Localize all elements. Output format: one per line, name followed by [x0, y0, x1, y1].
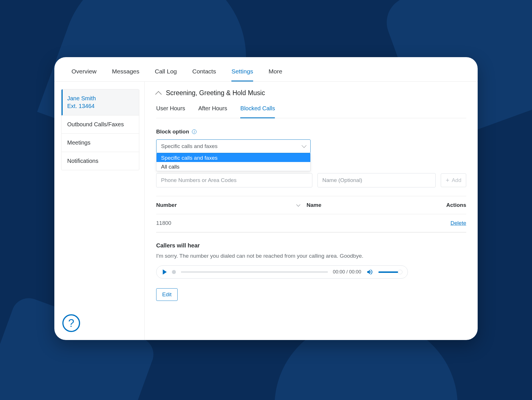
tab-contacts[interactable]: Contacts — [192, 68, 216, 81]
callers-will-hear: Callers will hear I'm sorry. The number … — [156, 242, 466, 279]
help-button[interactable]: ? — [62, 314, 80, 332]
callers-hear-message: I'm sorry. The number you dialed can not… — [156, 253, 466, 259]
audio-player: 00:00 / 00:00 — [156, 265, 408, 279]
time-display: 00:00 / 00:00 — [333, 269, 361, 275]
add-button[interactable]: + Add — [441, 173, 466, 187]
plus-icon: + — [446, 177, 449, 183]
tab-messages[interactable]: Messages — [112, 68, 140, 81]
chevron-up-icon — [155, 91, 162, 97]
main-panel: Screening, Greeting & Hold Music User Ho… — [144, 82, 478, 340]
section-header[interactable]: Screening, Greeting & Hold Music — [156, 89, 466, 97]
select-value: Specific calls and faxes — [161, 143, 218, 149]
col-header-number[interactable]: Number — [156, 202, 177, 208]
sidebar-item-notifications[interactable]: Notifications — [61, 152, 139, 170]
subtab-user-hours[interactable]: User Hours — [156, 105, 185, 118]
dropdown-option-specific[interactable]: Specific calls and faxes — [156, 153, 310, 162]
play-button[interactable] — [163, 269, 167, 275]
delete-link[interactable]: Delete — [450, 220, 466, 226]
subtabs: User Hours After Hours Blocked Calls — [156, 105, 466, 118]
col-header-actions: Actions — [432, 202, 466, 208]
volume-icon[interactable] — [366, 269, 373, 275]
tab-overview[interactable]: Overview — [72, 68, 97, 81]
col-header-name: Name — [307, 202, 432, 208]
sidebar-user-ext: Ext. 13464 — [67, 102, 133, 110]
block-option-select[interactable]: Specific calls and faxes Specific calls … — [156, 139, 311, 153]
subtab-blocked-calls[interactable]: Blocked Calls — [240, 105, 275, 118]
sidebar-user-name: Jane Smith — [67, 95, 133, 102]
blocked-numbers-table: Number Name Actions 11800 Delete — [156, 196, 466, 233]
tab-settings[interactable]: Settings — [231, 68, 253, 81]
sidebar-item-meetings[interactable]: Meetings — [61, 134, 139, 152]
phone-input[interactable] — [156, 173, 312, 187]
dropdown-option-all[interactable]: All calls — [156, 162, 310, 171]
block-option-label: Block option i — [156, 129, 466, 135]
progress-track[interactable] — [181, 272, 328, 272]
top-nav: Overview Messages Call Log Contacts Sett… — [54, 57, 478, 82]
table-row: 11800 Delete — [156, 214, 466, 232]
tab-more[interactable]: More — [269, 68, 282, 81]
edit-button[interactable]: Edit — [156, 288, 178, 301]
cell-number: 11800 — [156, 220, 307, 226]
subtab-after-hours[interactable]: After Hours — [198, 105, 227, 118]
section-title: Screening, Greeting & Hold Music — [166, 89, 265, 97]
sort-icon[interactable] — [296, 203, 300, 207]
block-option-dropdown: Specific calls and faxes All calls — [156, 153, 311, 171]
sidebar: Jane Smith Ext. 13464 Outbound Calls/Fax… — [54, 82, 144, 340]
progress-handle[interactable] — [172, 270, 176, 274]
callers-hear-title: Callers will hear — [156, 242, 466, 249]
sidebar-item-user[interactable]: Jane Smith Ext. 13464 — [61, 89, 139, 115]
volume-slider[interactable] — [378, 271, 401, 273]
sidebar-item-outbound[interactable]: Outbound Calls/Faxes — [61, 115, 139, 134]
tab-call-log[interactable]: Call Log — [155, 68, 177, 81]
chevron-down-icon — [302, 143, 307, 148]
name-input[interactable] — [317, 173, 436, 187]
info-icon[interactable]: i — [192, 129, 196, 134]
